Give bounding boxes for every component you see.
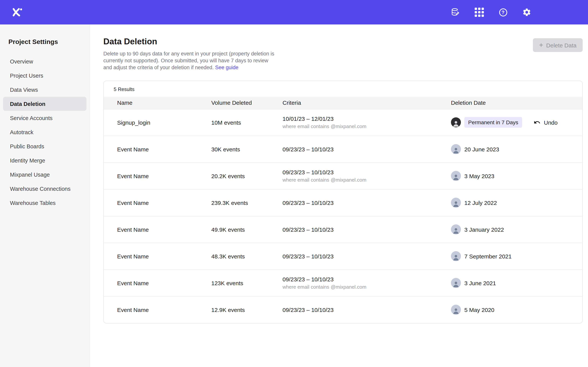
row-volume: 20.2K events bbox=[211, 173, 283, 179]
row-criteria: 10/01/23 – 12/01/23 where email contains… bbox=[283, 116, 451, 129]
see-guide-link[interactable]: See guide bbox=[215, 65, 239, 71]
avatar bbox=[451, 144, 461, 154]
deletion-date: 3 May 2023 bbox=[464, 173, 494, 179]
column-header-criteria: Criteria bbox=[283, 100, 451, 106]
sidebar-title: Project Settings bbox=[0, 38, 90, 46]
avatar bbox=[451, 278, 461, 288]
help-icon[interactable] bbox=[495, 5, 511, 20]
page-title: Data Deletion bbox=[103, 37, 277, 47]
deletion-date: 3 January 2022 bbox=[464, 226, 504, 233]
undo-icon bbox=[533, 119, 540, 126]
page-description: Delete up to 90 days data for any event … bbox=[103, 50, 277, 71]
sidebar-item-data-deletion[interactable]: Data Deletion bbox=[3, 97, 86, 111]
sidebar-item-warehouse-connections[interactable]: Warehouse Connections bbox=[3, 182, 86, 196]
row-volume: 123K events bbox=[211, 280, 283, 286]
deletion-date: 20 June 2023 bbox=[464, 146, 499, 152]
row-name: Event Name bbox=[104, 173, 211, 179]
sidebar-item-overview[interactable]: Overview bbox=[3, 54, 86, 68]
sidebar-item-autotrack[interactable]: Autotrack bbox=[3, 125, 86, 139]
avatar bbox=[451, 225, 461, 234]
criteria-range: 09/23/23 – 10/10/23 bbox=[283, 253, 451, 259]
row-deletion-date: 12 July 2022 bbox=[451, 198, 582, 208]
avatar bbox=[451, 117, 461, 127]
row-deletion-date: 5 May 2020 bbox=[451, 305, 582, 315]
sidebar-item-service-accounts[interactable]: Service Accounts bbox=[3, 111, 86, 125]
column-header-volume: Volume Deleted bbox=[211, 100, 283, 106]
table-header-row: Name Volume Deleted Criteria Deletion Da… bbox=[104, 97, 582, 109]
row-name: Event Name bbox=[104, 280, 211, 286]
plus-icon bbox=[539, 42, 543, 49]
row-criteria: 09/23/23 – 10/10/23 where email contains… bbox=[283, 169, 451, 183]
permanent-badge: Permanent in 7 Days bbox=[464, 117, 522, 128]
criteria-range: 09/23/23 – 10/10/23 bbox=[283, 306, 451, 313]
table-row: Event Name 48.3K events 09/23/23 – 10/10… bbox=[104, 242, 582, 269]
column-header-name: Name bbox=[104, 100, 211, 106]
row-criteria: 09/23/23 – 10/10/23 bbox=[283, 253, 451, 259]
settings-icon[interactable] bbox=[519, 5, 534, 20]
sidebar-item-data-views[interactable]: Data Views bbox=[3, 83, 86, 97]
undo-label: Undo bbox=[544, 119, 558, 125]
row-volume: 49.9K events bbox=[211, 226, 283, 233]
delete-data-button[interactable]: Delete Data bbox=[533, 38, 583, 52]
row-name: Event Name bbox=[104, 146, 211, 152]
criteria-range: 09/23/23 – 10/10/23 bbox=[283, 169, 451, 175]
question-mark-glyph bbox=[499, 8, 507, 16]
mixpanel-logo[interactable] bbox=[11, 7, 24, 17]
row-deletion-date: Permanent in 7 Days Undo bbox=[451, 117, 582, 128]
table-row: Event Name 20.2K events 09/23/23 – 10/10… bbox=[104, 162, 582, 189]
sidebar-item-warehouse-tables[interactable]: Warehouse Tables bbox=[3, 196, 86, 210]
deletion-table-card: 5 Results Name Volume Deleted Criteria D… bbox=[103, 81, 583, 323]
avatar bbox=[451, 251, 461, 261]
title-block: Data Deletion Delete up to 90 days data … bbox=[103, 37, 277, 71]
row-name: Event Name bbox=[104, 226, 211, 233]
deletion-date: 7 September 2021 bbox=[464, 253, 512, 259]
avatar bbox=[451, 171, 461, 181]
sidebar-item-project-users[interactable]: Project Users bbox=[3, 68, 86, 83]
sidebar-item-identity-merge[interactable]: Identity Merge bbox=[3, 153, 86, 167]
row-volume: 10M events bbox=[211, 119, 283, 125]
settings-sidebar: Project Settings Overview Project Users … bbox=[0, 25, 90, 367]
row-name: Event Name bbox=[104, 253, 211, 259]
row-name: Event Name bbox=[104, 306, 211, 313]
row-name: Signup_login bbox=[104, 119, 211, 125]
app-root: Project Settings Overview Project Users … bbox=[0, 0, 588, 367]
row-deletion-date: 7 September 2021 bbox=[451, 251, 582, 261]
apps-grid-icon[interactable] bbox=[472, 5, 487, 20]
criteria-filter: where email contains @mixpanel.com bbox=[283, 124, 451, 129]
sidebar-item-public-boards[interactable]: Public Boards bbox=[3, 139, 86, 153]
criteria-range: 09/23/23 – 10/10/23 bbox=[283, 199, 451, 206]
avatar bbox=[451, 198, 461, 208]
description-text: Delete up to 90 days data for any event … bbox=[103, 51, 274, 71]
row-volume: 12.9K events bbox=[211, 306, 283, 313]
criteria-range: 09/23/23 – 10/10/23 bbox=[283, 276, 451, 283]
main-content: Data Deletion Delete up to 90 days data … bbox=[90, 25, 588, 367]
row-name: Event Name bbox=[104, 199, 211, 206]
table-row: Event Name 239.3K events 09/23/23 – 10/1… bbox=[104, 189, 582, 216]
results-count: 5 Results bbox=[104, 81, 582, 97]
table-row: Event Name 12.9K events 09/23/23 – 10/10… bbox=[104, 296, 582, 323]
criteria-filter: where email contains @mixpanel.com bbox=[283, 284, 451, 290]
row-deletion-date: 3 May 2023 bbox=[451, 171, 582, 181]
delete-data-label: Delete Data bbox=[546, 42, 577, 48]
row-criteria: 09/23/23 – 10/10/23 bbox=[283, 146, 451, 152]
mixpanel-logo-mark bbox=[11, 7, 23, 17]
sidebar-item-mixpanel-usage[interactable]: Mixpanel Usage bbox=[3, 167, 86, 182]
table-row: Event Name 49.9K events 09/23/23 – 10/10… bbox=[104, 216, 582, 242]
table-row: Event Name 123K events 09/23/23 – 10/10/… bbox=[104, 269, 582, 296]
criteria-range: 09/23/23 – 10/10/23 bbox=[283, 226, 451, 233]
row-volume: 30K events bbox=[211, 146, 283, 152]
topbar-icons bbox=[448, 5, 534, 20]
data-management-icon[interactable] bbox=[448, 5, 463, 20]
undo-button[interactable]: Undo bbox=[533, 119, 558, 126]
row-volume: 48.3K events bbox=[211, 253, 283, 259]
criteria-filter: where email contains @mixpanel.com bbox=[283, 177, 451, 183]
deletion-date: 12 July 2022 bbox=[464, 199, 497, 206]
table-row: Event Name 30K events 09/23/23 – 10/10/2… bbox=[104, 135, 582, 162]
criteria-range: 09/23/23 – 10/10/23 bbox=[283, 146, 451, 152]
column-header-deletion-date: Deletion Date bbox=[451, 100, 582, 106]
row-deletion-date: 3 June 2021 bbox=[451, 278, 582, 288]
row-criteria: 09/23/23 – 10/10/23 bbox=[283, 199, 451, 206]
avatar bbox=[451, 305, 461, 315]
top-nav-bar bbox=[0, 0, 588, 25]
row-criteria: 09/23/23 – 10/10/23 where email contains… bbox=[283, 276, 451, 290]
